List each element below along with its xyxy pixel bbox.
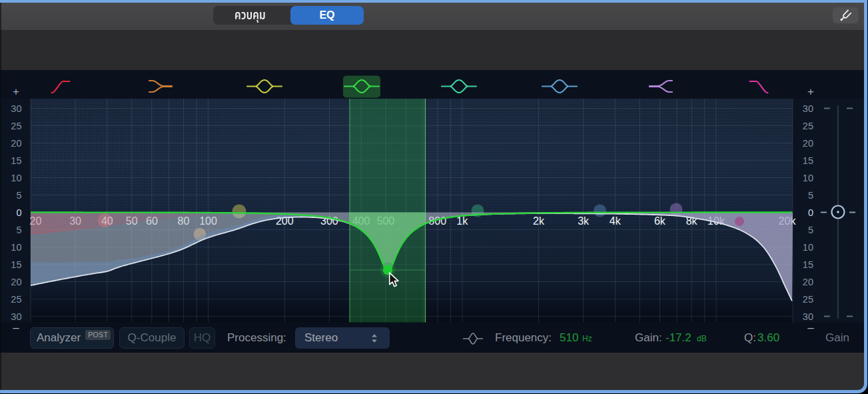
svg-text:30: 30 <box>11 311 21 322</box>
svg-text:5: 5 <box>16 225 21 235</box>
svg-text:20: 20 <box>803 277 813 287</box>
svg-text:25: 25 <box>803 121 813 131</box>
svg-text:20: 20 <box>11 138 21 149</box>
svg-text:30: 30 <box>803 311 813 322</box>
svg-text:0: 0 <box>16 207 21 218</box>
svg-text:+: + <box>807 85 814 98</box>
svg-text:10: 10 <box>11 173 21 183</box>
svg-text:25: 25 <box>803 294 813 305</box>
svg-text:20: 20 <box>11 277 21 287</box>
svg-text:15: 15 <box>803 155 813 166</box>
svg-text:30: 30 <box>803 103 813 114</box>
svg-text:5: 5 <box>808 190 813 201</box>
svg-text:15: 15 <box>803 259 813 270</box>
svg-text:+: + <box>13 85 19 98</box>
svg-text:25: 25 <box>11 294 21 305</box>
svg-text:10: 10 <box>803 242 813 253</box>
svg-text:4k: 4k <box>610 215 622 227</box>
svg-text:5: 5 <box>808 225 813 235</box>
svg-text:6k: 6k <box>654 215 666 227</box>
svg-text:2k: 2k <box>533 215 545 227</box>
svg-text:3k: 3k <box>578 215 590 227</box>
svg-text:0: 0 <box>808 207 813 218</box>
svg-text:10: 10 <box>803 173 813 183</box>
svg-text:–: – <box>13 321 19 334</box>
svg-text:25: 25 <box>11 121 21 131</box>
svg-text:20: 20 <box>803 138 813 149</box>
svg-text:–: – <box>807 321 814 334</box>
svg-text:15: 15 <box>11 259 21 270</box>
svg-text:5: 5 <box>16 190 21 201</box>
svg-text:30: 30 <box>11 103 21 114</box>
svg-text:10: 10 <box>11 242 21 253</box>
svg-text:15: 15 <box>11 155 21 166</box>
